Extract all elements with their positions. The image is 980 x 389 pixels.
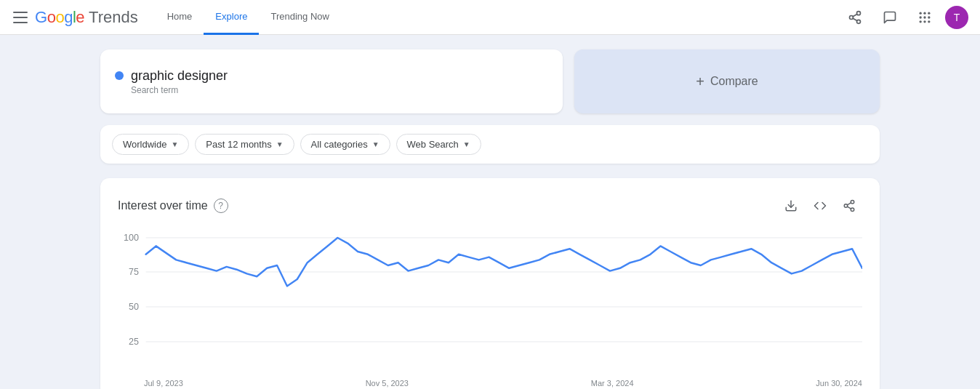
chart-svg: 100 75 50 25 — [118, 230, 862, 376]
apps-button[interactable] — [910, 3, 939, 32]
chart-header: Interest over time ? — [118, 193, 862, 219]
header-right: T — [840, 3, 968, 32]
svg-point-6 — [923, 12, 925, 14]
chart-title-row: Interest over time ? — [118, 198, 228, 213]
svg-line-18 — [847, 206, 851, 209]
x-axis-labels: Jul 9, 2023 Nov 5, 2023 Mar 3, 2024 Jun … — [118, 376, 862, 388]
svg-text:75: 75 — [129, 266, 139, 277]
main-nav: Home Explore Trending Now — [156, 0, 341, 35]
search-compare-row: graphic designer Search term + Compare — [100, 49, 880, 113]
svg-line-4 — [853, 14, 857, 16]
region-filter[interactable]: Worldwide ▼ — [112, 134, 189, 155]
embed-button[interactable] — [807, 193, 833, 219]
nav-explore[interactable]: Explore — [204, 0, 259, 35]
chart-area: 100 75 50 25 — [118, 230, 862, 376]
trends-wordmark: Trends — [89, 8, 138, 27]
search-type-chevron-icon: ▼ — [463, 140, 470, 148]
app-header: Google Trends Home Explore Trending Now — [0, 0, 980, 35]
chart-actions — [778, 193, 862, 219]
x-label-1: Jul 9, 2023 — [144, 379, 183, 388]
download-button[interactable] — [778, 193, 804, 219]
apps-icon — [917, 10, 932, 25]
nav-home[interactable]: Home — [156, 0, 204, 35]
time-filter[interactable]: Past 12 months ▼ — [195, 134, 294, 155]
x-label-3: Mar 3, 2024 — [591, 379, 634, 388]
embed-icon — [814, 199, 827, 212]
svg-point-12 — [923, 20, 925, 23]
svg-point-5 — [920, 12, 922, 14]
svg-text:50: 50 — [129, 301, 139, 312]
search-term-row: graphic designer — [115, 68, 548, 84]
svg-line-19 — [847, 203, 851, 205]
feedback-icon — [883, 10, 897, 25]
interest-over-time-card: Interest over time ? — [100, 178, 880, 389]
share-chart-button[interactable] — [836, 193, 862, 219]
svg-line-3 — [853, 18, 857, 20]
region-chevron-icon: ▼ — [171, 140, 178, 148]
svg-text:100: 100 — [124, 232, 139, 243]
search-term-value: graphic designer — [131, 68, 228, 84]
download-icon — [784, 199, 798, 212]
share-icon — [848, 10, 862, 25]
svg-point-9 — [923, 16, 925, 18]
user-avatar[interactable]: T — [945, 6, 968, 29]
google-trends-logo[interactable]: Google Trends — [35, 8, 138, 27]
category-filter[interactable]: All categories ▼ — [300, 134, 390, 155]
time-filter-label: Past 12 months — [206, 139, 271, 150]
svg-point-11 — [920, 20, 922, 23]
main-content: graphic designer Search term + Compare W… — [83, 35, 897, 389]
category-chevron-icon: ▼ — [372, 140, 379, 148]
feedback-button[interactable] — [875, 3, 904, 32]
x-label-4: Jun 30, 2024 — [816, 379, 862, 388]
hamburger-menu-icon[interactable] — [12, 9, 29, 26]
compare-label: Compare — [710, 75, 758, 88]
chart-title: Interest over time — [118, 199, 208, 212]
help-icon[interactable]: ? — [214, 198, 228, 213]
search-type-filter-label: Web Search — [407, 139, 459, 150]
svg-text:25: 25 — [129, 336, 139, 347]
search-type-filter[interactable]: Web Search ▼ — [396, 134, 481, 155]
search-term-box[interactable]: graphic designer Search term — [100, 49, 563, 113]
share-button[interactable] — [840, 3, 869, 32]
svg-point-7 — [928, 12, 930, 14]
compare-plus-icon: + — [696, 73, 704, 90]
share-chart-icon — [843, 199, 856, 212]
compare-inner: + Compare — [696, 73, 758, 90]
time-chevron-icon: ▼ — [276, 140, 284, 148]
svg-point-13 — [928, 20, 930, 23]
search-dot — [115, 71, 124, 80]
x-label-2: Nov 5, 2023 — [366, 379, 409, 388]
svg-point-8 — [920, 16, 922, 18]
category-filter-label: All categories — [311, 139, 368, 150]
compare-box[interactable]: + Compare — [574, 49, 880, 113]
region-filter-label: Worldwide — [123, 139, 166, 150]
filter-row: Worldwide ▼ Past 12 months ▼ All categor… — [100, 125, 880, 164]
search-type-label: Search term — [131, 85, 548, 95]
nav-trending-now[interactable]: Trending Now — [259, 0, 340, 35]
header-left: Google Trends — [12, 8, 138, 27]
svg-point-10 — [928, 16, 930, 18]
google-wordmark: Google — [35, 8, 84, 27]
